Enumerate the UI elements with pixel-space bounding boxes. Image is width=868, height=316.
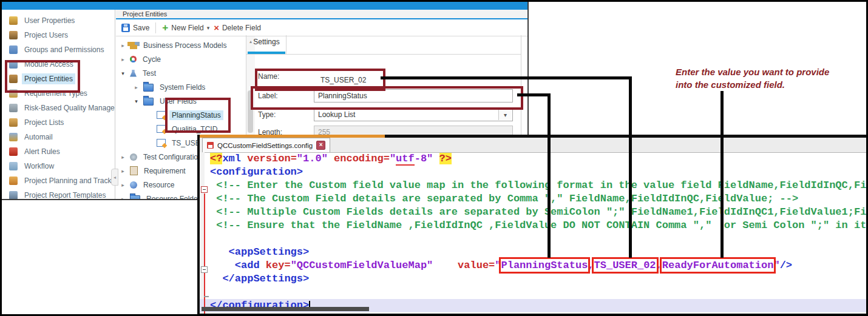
risk-quality-icon	[9, 104, 18, 112]
name-field-value: TS_USER_02	[320, 76, 366, 84]
code-area[interactable]: <?xml version="1.0" encoding="utf-8" ?><…	[200, 152, 868, 314]
code-line-3[interactable]: <!-- Enter the Custom field value map in…	[210, 179, 868, 192]
code-token: ?>	[439, 153, 452, 164]
project-lists-icon	[9, 118, 18, 127]
code-line-1[interactable]: <?xml version="1.0" encoding="utf-8" ?>	[210, 152, 868, 166]
fold-marker-appsettings[interactable]	[201, 266, 208, 273]
sidebar-item-project-planning-and-tracking[interactable]: Project Planning and Tracking	[2, 173, 115, 188]
field-icon	[157, 139, 166, 147]
flask-icon	[130, 70, 137, 77]
sidebar-collapse-icon[interactable]: ◂	[111, 169, 118, 186]
tree-item-label: Test	[140, 69, 158, 78]
report-templates-icon	[9, 191, 18, 199]
editor-top-border	[385, 135, 868, 138]
type-dropdown[interactable]: Lookup List ▾	[314, 108, 513, 121]
settings-right-border	[521, 35, 521, 135]
code-token: <add	[210, 260, 266, 271]
code-token: </appSettings>	[210, 273, 309, 284]
code-token	[433, 153, 439, 164]
customization-sidebar: User PropertiesProject UsersGroups and P…	[2, 10, 115, 199]
save-label: Save	[133, 24, 149, 32]
code-token: ,	[588, 260, 594, 271]
code-token: <?	[210, 153, 222, 164]
tree-item-user-fields[interactable]: ▾User Fields	[116, 94, 246, 108]
tree-expander-icon[interactable]: ▸	[133, 84, 140, 90]
new-field-button[interactable]: + New Field ▾	[162, 24, 209, 32]
sidebar-item-label: Requirement Types	[22, 88, 90, 99]
sidebar-item-label: Automail	[22, 132, 55, 143]
code-line-2[interactable]: <configuration>	[210, 166, 868, 179]
sidebar-item-user-properties[interactable]: User Properties	[2, 13, 115, 28]
tree-item-test[interactable]: ▾Test	[116, 66, 246, 80]
tree-item-business-process-models[interactable]: ▸Business Process Models	[116, 38, 246, 52]
delete-field-label: Delete Field	[222, 24, 261, 32]
sidebar-item-label: Project Report Templates	[22, 190, 109, 199]
delete-field-button[interactable]: × Delete Field	[214, 24, 261, 32]
automail-icon	[9, 133, 18, 141]
field-icon	[157, 111, 166, 119]
sidebar-item-project-entities[interactable]: Project Entities	[2, 72, 115, 86]
close-tab-icon[interactable]: ×	[316, 141, 325, 150]
tree-expander-icon[interactable]: ▸	[120, 154, 126, 160]
label-field-input[interactable]: PlanningStatus	[314, 89, 513, 103]
name-field-label: Name:	[258, 72, 279, 81]
horizontal-scrollbar-thumb[interactable]	[202, 307, 369, 311]
code-line-6[interactable]: <!-- Ensure that the FieldName ,FieldIdI…	[210, 219, 868, 232]
code-line-7[interactable]	[210, 232, 868, 246]
code-line-9[interactable]: <add key="QCCustomFieldValueMap" value="…	[210, 259, 868, 272]
sidebar-item-project-users[interactable]: Project Users	[2, 28, 115, 42]
project-entities-icon	[9, 75, 18, 83]
tree-expander-icon[interactable]: ▸	[120, 182, 126, 188]
tree-expander-icon[interactable]: ▾	[120, 70, 126, 76]
code-line-11[interactable]	[210, 286, 868, 299]
tree-item-label: User Fields	[157, 96, 199, 106]
tree-expander-icon[interactable]: ▾	[133, 98, 140, 104]
panel-title: Project Entities	[116, 10, 527, 19]
editor-tab[interactable]: QCCustomFieldSettings.config ×	[202, 138, 330, 152]
tree-expander-icon[interactable]: ▸	[120, 42, 126, 49]
sidebar-item-requirement-types[interactable]: Requirement Types	[2, 86, 115, 101]
tree-expander-icon[interactable]: ▸	[120, 56, 126, 62]
plus-icon: +	[162, 24, 168, 32]
code-token: "	[773, 260, 779, 271]
tree-scrollbar-thumb[interactable]	[248, 90, 253, 133]
new-field-label: New Field	[171, 24, 203, 32]
tree-item-system-fields[interactable]: ▸System Fields	[116, 80, 246, 94]
code-line-5[interactable]: <!-- Multiple Custom Fields details are …	[210, 206, 868, 219]
save-button[interactable]: Save	[121, 24, 149, 32]
sidebar-item-label: Groups and Permissions	[22, 44, 106, 55]
sidebar-item-alert-rules[interactable]: Alert Rules	[2, 144, 115, 159]
tree-item-cycle[interactable]: ▸Cycle	[116, 52, 246, 66]
code-token: <!-- Enter the Custom field value map in…	[210, 180, 868, 191]
code-line-8[interactable]: <appSettings>	[210, 246, 868, 259]
sidebar-item-automail[interactable]: Automail	[2, 130, 115, 144]
tab-separator	[286, 35, 287, 54]
sidebar-item-module-access[interactable]: Module Access	[2, 57, 115, 72]
sidebar-item-workflow[interactable]: Workflow	[2, 159, 115, 173]
fold-marker-configuration[interactable]	[201, 186, 208, 193]
toolbar: Save + New Field ▾ × Delete Field	[116, 19, 527, 36]
code-line-10[interactable]: </appSettings>	[210, 272, 868, 286]
code-token: version	[241, 153, 291, 164]
tree-item-label: Qualitia_TCID	[169, 124, 220, 134]
sidebar-item-project-report-templates[interactable]: Project Report Templates	[2, 188, 115, 199]
code-token: =	[489, 260, 495, 271]
field-icon	[157, 125, 166, 133]
code-token: encoding	[328, 153, 384, 164]
sidebar-item-groups-and-permissions[interactable]: Groups and Permissions	[2, 42, 115, 57]
sidebar-item-project-lists[interactable]: Project Lists	[2, 115, 115, 130]
sidebar-item-risk-based-quality-managem[interactable]: Risk-Based Quality Managem	[2, 101, 115, 115]
tab-settings[interactable]: Settings	[249, 38, 284, 46]
sidebar-item-label: Project Users	[22, 30, 70, 41]
code-line-4[interactable]: <!-- The Custom Field details are separa…	[210, 192, 868, 206]
tree-item-planningstatus[interactable]: PlanningStatus	[116, 108, 246, 122]
tree-expander-icon[interactable]: ▸	[120, 168, 126, 174]
tree-item-qualitia-tcid[interactable]: Qualitia_TCID	[116, 122, 246, 136]
code-token: <configuration>	[210, 166, 303, 178]
type-dropdown-value: Lookup List	[318, 110, 355, 119]
chevron-down-icon[interactable]: ▾	[498, 109, 512, 120]
label-field-label: Label:	[258, 92, 278, 100]
project-planning-icon	[9, 176, 18, 185]
tree-expander-icon[interactable]: ▸	[120, 196, 126, 200]
code-token: ,	[656, 260, 662, 271]
